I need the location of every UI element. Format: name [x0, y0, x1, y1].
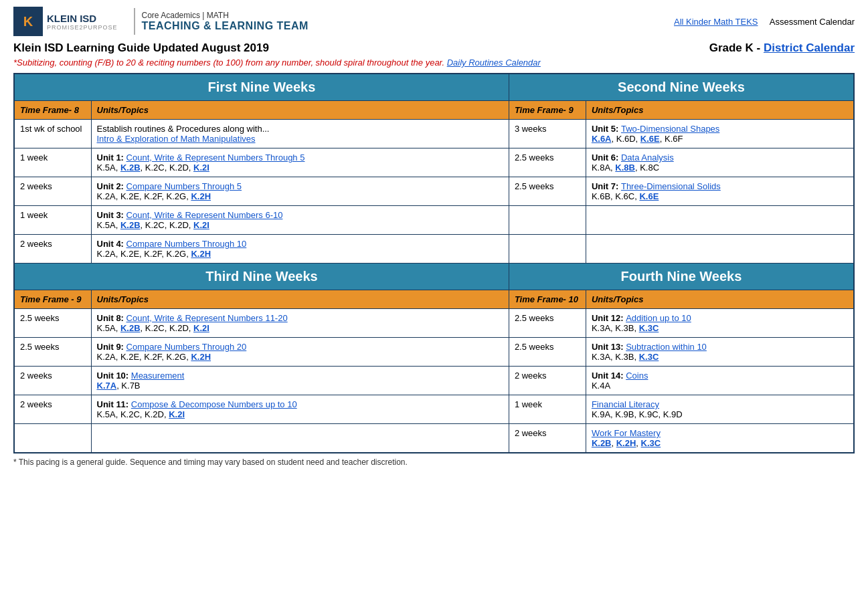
k2i-link-1[interactable]: K.2I [193, 163, 209, 173]
q1q2-row-1: 1st wk of school Establish routines & Pr… [14, 120, 854, 148]
unit9-label: Unit 9: [97, 342, 126, 352]
k8b-link[interactable]: K.8B [615, 163, 635, 173]
timeframe-header-row-1: Time Frame- 8 Units/Topics Time Frame- 9… [14, 101, 854, 120]
page-title: Klein ISD Learning Guide Updated August … [13, 41, 269, 55]
unit4-label: Unit 4: [97, 239, 126, 249]
k2i-link-3[interactable]: K.2I [193, 323, 209, 333]
main-table: First Nine Weeks Second Nine Weeks Time … [13, 73, 855, 453]
k2h-link-wfm[interactable]: K.2H [616, 438, 636, 448]
q3q4-row-4: 2 weeks Unit 11: Compose & Decompose Num… [14, 395, 854, 424]
intro-exploration-link[interactable]: Intro & Exploration of Math Manipulative… [97, 134, 256, 144]
unit4-link[interactable]: Compare Numbers Through 10 [126, 239, 247, 249]
k2h-link-3[interactable]: K.2H [191, 352, 211, 362]
q3-header: Third Nine Weeks [14, 264, 509, 290]
q1q2-row-2: 1 week Unit 1: Count, Write & Represent … [14, 148, 854, 177]
unit8-link[interactable]: Count, Write & Represent Numbers 11-20 [126, 313, 288, 323]
q1-content-3: Unit 2: Compare Numbers Through 5 K.2A, … [91, 177, 509, 206]
unit12-label: Unit 12: [592, 313, 626, 323]
k2i-link-4[interactable]: K.2I [169, 409, 185, 419]
q4-time-1: 2.5 weeks [509, 309, 586, 338]
q3-content-5 [91, 424, 509, 453]
q3-timeframe: Time Frame - 9 [14, 290, 91, 309]
unit2-link[interactable]: Compare Numbers Through 5 [126, 181, 242, 191]
unit8-label: Unit 8: [97, 313, 126, 323]
q1-time-2: 1 week [14, 148, 91, 177]
q2-content-4 [586, 206, 854, 235]
k2h-link-2[interactable]: K.2H [191, 249, 211, 259]
q1-content-5: Unit 4: Compare Numbers Through 10 K.2A,… [91, 235, 509, 264]
k3c-link-2[interactable]: K.3C [639, 352, 659, 362]
q4-units-label: Units/Topics [586, 290, 854, 309]
q1-content-1: Establish routines & Procedures along wi… [91, 120, 509, 148]
team-name-label: TEACHING & LEARNING TEAM [142, 20, 309, 32]
k2b-link-2[interactable]: K.2B [120, 220, 141, 230]
q4-time-3: 2 weeks [509, 367, 586, 395]
k-logo-icon: K [13, 7, 43, 36]
logo-divider [134, 8, 135, 35]
q3q4-row-3: 2 weeks Unit 10: Measurement K.7A, K.7B … [14, 367, 854, 395]
q1-timeframe: Time Frame- 8 [14, 101, 91, 120]
q4-content-5: Work For Mastery K.2B, K.2H, K.3C [586, 424, 854, 453]
q2-timeframe: Time Frame- 9 [509, 101, 586, 120]
q3-units-label: Units/Topics [91, 290, 509, 309]
k2b-link-wfm[interactable]: K.2B [592, 438, 612, 448]
k2h-link-1[interactable]: K.2H [191, 191, 211, 201]
q3-time-4: 2 weeks [14, 395, 91, 424]
k2i-link-2[interactable]: K.2I [193, 220, 209, 230]
q3q4-row-2: 2.5 weeks Unit 9: Compare Numbers Throug… [14, 338, 854, 367]
unit11-label: Unit 11: [97, 399, 131, 409]
q4-content-4: Financial Literacy K.9A, K.9B, K.9C, K.9… [586, 395, 854, 424]
q2-content-1: Unit 5: Two-Dimensional Shapes K.6A, K.6… [586, 120, 854, 148]
k3c-link-1[interactable]: K.3C [639, 323, 659, 333]
q2-content-2: Unit 6: Data Analysis K.8A, K.8B, K.8C [586, 148, 854, 177]
unit1-link[interactable]: Count, Write & Represent Numbers Through… [126, 152, 305, 163]
q3-content-3: Unit 10: Measurement K.7A, K.7B [91, 367, 509, 395]
top-right-links: All Kinder Math TEKS Assessment Calendar [674, 17, 855, 27]
q1-header: First Nine Weeks [14, 74, 509, 101]
q4-timeframe: Time Frame- 10 [509, 290, 586, 309]
unit9-link[interactable]: Compare Numbers Through 20 [126, 342, 247, 352]
unit6-link[interactable]: Data Analysis [621, 152, 674, 163]
unit3-link[interactable]: Count, Write & Represent Numbers 6-10 [126, 210, 283, 220]
italic-note-text: *Subitizing, counting (F/B) to 20 & reci… [13, 58, 444, 68]
k6a-link[interactable]: K.6A [592, 134, 612, 144]
q2-content-5 [586, 235, 854, 264]
section-header-row: First Nine Weeks Second Nine Weeks [14, 74, 854, 101]
q4-content-2: Unit 13: Subtraction within 10 K.3A, K.3… [586, 338, 854, 367]
unit13-label: Unit 13: [592, 342, 626, 352]
q1-time-1: 1st wk of school [14, 120, 91, 148]
unit7-link[interactable]: Three-Dimensional Solids [621, 181, 721, 191]
q3-time-1: 2.5 weeks [14, 309, 91, 338]
unit5-link[interactable]: Two-Dimensional Shapes [621, 124, 719, 134]
unit14-link[interactable]: Coins [626, 371, 648, 381]
work-for-mastery-link[interactable]: Work For Mastery [592, 428, 661, 438]
k2b-link-3[interactable]: K.2B [120, 323, 141, 333]
q1q2-row-4: 1 week Unit 3: Count, Write & Represent … [14, 206, 854, 235]
district-calendar-link[interactable]: District Calendar [764, 41, 855, 54]
q2-time-4 [509, 206, 586, 235]
unit10-label: Unit 10: [97, 371, 131, 381]
q2-content-3: Unit 7: Three-Dimensional Solids K.6B, K… [586, 177, 854, 206]
unit7-label: Unit 7: [592, 181, 621, 191]
k3c-link-wfm[interactable]: K.3C [641, 438, 661, 448]
q3q4-row-5: 2 weeks Work For Mastery K.2B, K.2H, K.3… [14, 424, 854, 453]
q2-time-5 [509, 235, 586, 264]
core-math-block: Core Academics | MATH TEACHING & LEARNIN… [142, 11, 309, 32]
financial-literacy-link[interactable]: Financial Literacy [592, 399, 659, 409]
k7a-link[interactable]: K.7A [97, 381, 117, 391]
unit10-link[interactable]: Measurement [131, 371, 184, 381]
q1-content-4: Unit 3: Count, Write & Represent Numbers… [91, 206, 509, 235]
unit12-link[interactable]: Addition up to 10 [626, 313, 691, 323]
k6e-link-1[interactable]: K.6E [640, 134, 660, 144]
q3-time-3: 2 weeks [14, 367, 91, 395]
k6e-link-2[interactable]: K.6E [639, 191, 659, 201]
assessment-calendar-label: Assessment Calendar [770, 17, 855, 27]
q3-content-4: Unit 11: Compose & Decompose Numbers up … [91, 395, 509, 424]
q3q4-row-1: 2.5 weeks Unit 8: Count, Write & Represe… [14, 309, 854, 338]
k2b-link-1[interactable]: K.2B [120, 163, 141, 173]
daily-routines-link[interactable]: Daily Routines Calendar [447, 58, 541, 68]
footnote: * This pacing is a general guide. Sequen… [13, 458, 855, 467]
unit13-link[interactable]: Subtraction within 10 [626, 342, 707, 352]
all-kinder-link[interactable]: All Kinder Math TEKS [674, 17, 758, 27]
unit11-link[interactable]: Compose & Decompose Numbers up to 10 [131, 399, 297, 409]
